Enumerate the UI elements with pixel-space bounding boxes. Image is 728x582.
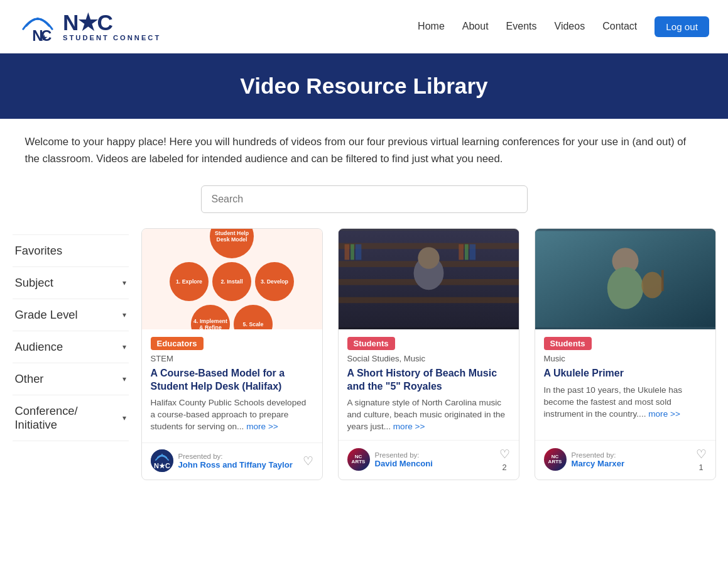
svg-rect-16 xyxy=(469,244,475,260)
badge-students-3: Students xyxy=(544,337,592,350)
hero-banner: Video Resource Library xyxy=(0,53,728,119)
svg-rect-11 xyxy=(344,244,349,260)
more-link-2[interactable]: more >> xyxy=(393,422,425,431)
like-area-2: ♡ 2 xyxy=(499,447,510,472)
logo-nc-text: N★C xyxy=(63,11,161,33)
chevron-down-icon: ▾ xyxy=(122,414,126,422)
more-link-3[interactable]: more >> xyxy=(648,409,680,419)
card-footer-2: NCARTS Presented by: David Menconi ♡ 2 xyxy=(339,440,519,480)
card-body-2: Students Social Studies, Music A Short H… xyxy=(339,329,519,441)
presenter-area-3: NCARTS Presented by: Marcy Marxer xyxy=(544,448,625,471)
avatar-3: NCARTS xyxy=(544,448,567,471)
search-input[interactable] xyxy=(201,185,528,213)
sidebar-label-other: Other xyxy=(15,372,44,386)
svg-rect-14 xyxy=(459,244,464,260)
card-desc-1: Halifax County Public Schools developed … xyxy=(151,397,313,432)
heart-icon-2[interactable]: ♡ xyxy=(499,447,510,461)
nav-events[interactable]: Events xyxy=(506,21,537,32)
stem-circle: 1. Explore xyxy=(170,262,209,301)
stem-circle: 4. Implement & Refine xyxy=(191,305,230,329)
sidebar: Favorites Subject ▾ Grade Level ▾ Audien… xyxy=(13,228,129,481)
card-footer-1: N★C Presented by: John Ross and Tiffany … xyxy=(142,442,322,480)
table-row: Student Help Desk Model 1. Explore 2. In… xyxy=(141,228,323,481)
more-link-1[interactable]: more >> xyxy=(246,422,278,431)
chevron-down-icon: ▾ xyxy=(122,343,126,351)
logo-icon: N C ★ xyxy=(19,8,57,45)
avatar-1: N★C xyxy=(151,449,173,472)
svg-rect-12 xyxy=(350,244,354,260)
card-title-2[interactable]: A Short History of Beach Music and the "… xyxy=(347,367,510,393)
sidebar-item-favorites[interactable]: Favorites xyxy=(13,234,129,267)
card-desc-2: A signature style of North Carolina musi… xyxy=(347,397,510,432)
presenter-name-1: John Ross and Tiffany Taylor xyxy=(178,460,293,469)
nav-videos[interactable]: Videos xyxy=(555,21,585,32)
avatar-2: NCARTS xyxy=(347,448,370,471)
card-desc-3: In the past 10 years, the Ukulele has be… xyxy=(544,384,707,420)
presenter-by-3: Presented by: xyxy=(572,451,625,459)
header: N C ★ N★C STUDENT CONNECT Home About Eve… xyxy=(0,0,728,53)
beach-video-thumbnail xyxy=(339,229,519,329)
card-body-1: Educators STEM A Course-Based Model for … xyxy=(142,329,322,443)
sidebar-item-subject[interactable]: Subject ▾ xyxy=(13,267,129,299)
sidebar-label-audience: Audience xyxy=(15,340,63,354)
card-subject-2: Social Studies, Music xyxy=(347,354,510,363)
card-thumbnail-2 xyxy=(339,229,519,329)
like-area-3: ♡ 1 xyxy=(696,447,707,472)
presenter-area-2: NCARTS Presented by: David Menconi xyxy=(347,448,433,471)
logo-subtitle-text: STUDENT CONNECT xyxy=(63,34,161,41)
main-nav: Home About Events Videos Contact Log out xyxy=(418,16,709,37)
svg-rect-13 xyxy=(355,244,361,260)
card-footer-3: NCARTS Presented by: Marcy Marxer ♡ 1 xyxy=(535,440,715,480)
svg-text:N★C: N★C xyxy=(154,462,170,469)
presenter-info-3: Presented by: Marcy Marxer xyxy=(572,451,625,468)
presenter-by-2: Presented by: xyxy=(375,451,433,459)
card-body-3: Students Music A Ukulele Primer In the p… xyxy=(535,329,715,441)
like-area-1: ♡ xyxy=(303,454,313,468)
presenter-by-1: Presented by: xyxy=(178,453,293,460)
sidebar-label-grade-level: Grade Level xyxy=(15,308,78,322)
svg-rect-24 xyxy=(661,270,663,290)
stem-circle: 5. Scale xyxy=(234,305,273,329)
nav-about[interactable]: About xyxy=(462,21,489,32)
sidebar-label-subject: Subject xyxy=(15,276,53,290)
sidebar-item-grade-level[interactable]: Grade Level ▾ xyxy=(13,299,129,331)
stem-circle: 3. Develop xyxy=(255,262,294,301)
main-layout: Favorites Subject ▾ Grade Level ▾ Audien… xyxy=(6,228,722,506)
nc-connect-logo-icon: N★C xyxy=(151,449,173,472)
heart-icon-1[interactable]: ♡ xyxy=(303,454,313,468)
sidebar-item-other[interactable]: Other ▾ xyxy=(13,363,129,395)
card-title-1[interactable]: A Course-Based Model for a Student Help … xyxy=(151,367,313,393)
presenter-info-1: Presented by: John Ross and Tiffany Tayl… xyxy=(178,453,293,469)
intro-text: Welcome to your happy place! Here you wi… xyxy=(25,134,704,168)
card-thumbnail-3 xyxy=(535,229,715,329)
svg-text:★: ★ xyxy=(40,33,48,43)
logout-button[interactable]: Log out xyxy=(655,16,709,37)
card-subject-1: STEM xyxy=(151,354,313,363)
badge-students: Students xyxy=(347,337,395,350)
intro-section: Welcome to your happy place! Here you wi… xyxy=(13,119,716,173)
sidebar-item-conference-initiative[interactable]: Conference/ Initiative ▾ xyxy=(13,395,129,441)
hero-title: Video Resource Library xyxy=(13,74,715,99)
presenter-area-1: N★C Presented by: John Ross and Tiffany … xyxy=(151,449,293,472)
svg-point-18 xyxy=(418,247,439,268)
chevron-down-icon: ▾ xyxy=(122,375,126,383)
card-thumbnail-1: Student Help Desk Model 1. Explore 2. In… xyxy=(142,229,322,329)
svg-point-23 xyxy=(641,272,663,298)
svg-rect-10 xyxy=(339,297,519,303)
card-title-3[interactable]: A Ukulele Primer xyxy=(544,367,707,380)
sidebar-item-audience[interactable]: Audience ▾ xyxy=(13,331,129,363)
presenter-name-2: David Menconi xyxy=(375,459,433,468)
stem-circle: 2. Install xyxy=(212,262,251,301)
stem-diagram: Student Help Desk Model 1. Explore 2. In… xyxy=(142,229,322,329)
heart-icon-3[interactable]: ♡ xyxy=(696,447,707,461)
chevron-down-icon: ▾ xyxy=(122,310,126,319)
logo-text: N★C STUDENT CONNECT xyxy=(63,11,161,41)
nav-home[interactable]: Home xyxy=(418,21,445,32)
svg-point-22 xyxy=(607,267,643,309)
nav-contact[interactable]: Contact xyxy=(602,21,637,32)
video-grid: Student Help Desk Model 1. Explore 2. In… xyxy=(141,228,716,481)
table-row: Students Social Studies, Music A Short H… xyxy=(338,228,519,481)
like-count-2: 2 xyxy=(502,463,506,472)
presenter-info-2: Presented by: David Menconi xyxy=(375,451,433,468)
table-row: Students Music A Ukulele Primer In the p… xyxy=(535,228,716,481)
